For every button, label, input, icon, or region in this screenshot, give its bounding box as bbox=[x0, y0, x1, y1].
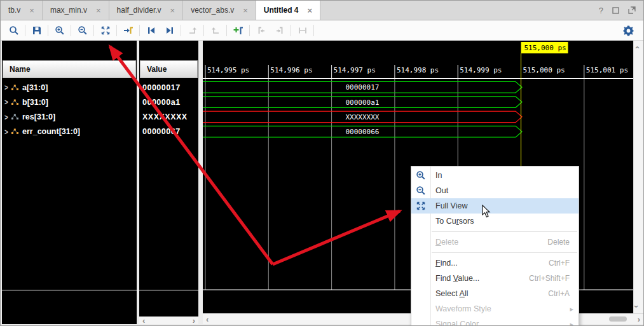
search-icon bbox=[9, 25, 19, 36]
add-marker-icon bbox=[233, 25, 243, 36]
menu-item-full-view[interactable]: Full View bbox=[411, 198, 579, 214]
panel-divider-line bbox=[139, 290, 198, 290]
menu-item-label: Out bbox=[430, 186, 448, 195]
zoom-fit-button[interactable] bbox=[96, 23, 114, 38]
window-controls: ? bbox=[599, 1, 643, 20]
snap-to-transition-button[interactable] bbox=[206, 23, 224, 38]
tab-close-icon[interactable]: × bbox=[243, 6, 248, 15]
scroll-down-icon[interactable]: › bbox=[633, 305, 641, 308]
tab-close-icon[interactable]: × bbox=[29, 6, 34, 15]
swap-cursors-button[interactable] bbox=[183, 23, 202, 38]
svg-text:00000017: 00000017 bbox=[346, 83, 380, 92]
toolbar-separator bbox=[181, 25, 181, 36]
tab-label: Untitled 4 bbox=[264, 6, 299, 15]
svg-text:514,999 ps: 514,999 ps bbox=[460, 66, 502, 74]
zoom-in-icon bbox=[411, 170, 430, 180]
menu-item-label: Delete bbox=[430, 238, 458, 247]
menu-shortcut: Delete bbox=[547, 238, 579, 247]
tab-close-icon[interactable]: × bbox=[96, 6, 101, 15]
menu-item-find[interactable]: Find...Ctrl+F bbox=[411, 255, 579, 271]
tab-max-min-v[interactable]: max_min.v× bbox=[43, 1, 109, 20]
signal-row[interactable]: >res[31:0] bbox=[2, 111, 137, 123]
menu-item-signal-color[interactable]: Signal Color▸ bbox=[411, 316, 579, 326]
tab-label: max_min.v bbox=[50, 6, 87, 15]
previous-transition-button[interactable] bbox=[142, 23, 160, 38]
signal-name: err_count[31:0] bbox=[22, 127, 80, 136]
tab-close-icon[interactable]: × bbox=[308, 6, 313, 15]
menu-item-in[interactable]: In bbox=[411, 168, 579, 183]
context-menu: InOutFull ViewTo CursorsDeleteDeleteFind… bbox=[411, 166, 579, 326]
menu-item-out[interactable]: Out bbox=[411, 183, 579, 198]
signal-value: 00000067 bbox=[142, 126, 198, 138]
add-marker-button[interactable] bbox=[229, 23, 247, 38]
bus-icon bbox=[11, 113, 19, 121]
svg-text:515,000 ps: 515,000 ps bbox=[523, 66, 565, 74]
scroll-right-icon[interactable]: › bbox=[189, 316, 198, 325]
tab-vector-abs-v[interactable]: vector_abs.v× bbox=[183, 1, 256, 20]
menu-item-waveform-style[interactable]: Waveform Style▸ bbox=[411, 301, 579, 316]
tab-bar: tb.v×max_min.v×half_divider.v×vector_abs… bbox=[1, 1, 643, 20]
signal-row[interactable]: >a[31:0] bbox=[2, 81, 137, 93]
submenu-arrow-icon: ▸ bbox=[570, 320, 579, 326]
wave-toolbar bbox=[1, 21, 643, 41]
toolbar-separator bbox=[226, 25, 227, 36]
svg-text:515,000 ps: 515,000 ps bbox=[524, 44, 566, 52]
help-icon[interactable]: ? bbox=[599, 6, 603, 15]
next-marker-button[interactable] bbox=[270, 23, 289, 38]
signal-name: b[31:0] bbox=[22, 98, 48, 107]
cursor-gap-icon bbox=[298, 25, 308, 36]
next-transition-button[interactable] bbox=[160, 23, 179, 38]
tab-untitled-4[interactable]: Untitled 4× bbox=[256, 1, 320, 20]
maximize-icon[interactable] bbox=[612, 7, 619, 14]
name-column-header[interactable]: Name bbox=[3, 60, 136, 78]
menu-separator bbox=[432, 231, 577, 232]
zoom-out-icon bbox=[411, 186, 430, 196]
submenu-arrow-icon: ▸ bbox=[570, 305, 579, 313]
previous-marker-button[interactable] bbox=[252, 23, 270, 38]
float-icon[interactable] bbox=[628, 6, 636, 14]
menu-item-to-cursors[interactable]: To Cursors bbox=[411, 214, 579, 229]
signal-row[interactable]: >err_count[31:0] bbox=[2, 126, 137, 138]
save-button[interactable] bbox=[27, 23, 46, 38]
menu-item-delete[interactable]: DeleteDelete bbox=[411, 234, 579, 250]
menu-item-find-value[interactable]: Find Value...Ctrl+Shift+F bbox=[411, 271, 579, 286]
wave-vscrollbar[interactable]: › › bbox=[633, 41, 643, 313]
menu-item-label: To Cursors bbox=[430, 217, 474, 226]
expand-chevron-icon[interactable]: > bbox=[2, 83, 11, 92]
scroll-left-icon[interactable]: ‹ bbox=[139, 316, 148, 325]
tab-label: vector_abs.v bbox=[191, 6, 234, 15]
scroll-right-icon[interactable]: › bbox=[634, 315, 643, 323]
search-button[interactable] bbox=[4, 23, 23, 38]
scroll-left-icon[interactable]: ‹ bbox=[203, 315, 212, 323]
scroll-up-icon[interactable]: › bbox=[633, 46, 641, 48]
goto-time-button[interactable] bbox=[119, 23, 137, 38]
menu-shortcut: Ctrl+A bbox=[548, 289, 579, 298]
toolbar-separator bbox=[203, 25, 204, 36]
svg-text:000000a1: 000000a1 bbox=[346, 98, 380, 107]
save-icon bbox=[32, 25, 42, 36]
tab-close-icon[interactable]: × bbox=[170, 6, 175, 15]
toolbar-separator bbox=[249, 25, 250, 36]
toolbar-separator bbox=[313, 25, 314, 36]
expand-chevron-icon[interactable]: > bbox=[2, 112, 11, 121]
menu-item-label: In bbox=[430, 171, 442, 180]
signal-row[interactable]: >b[31:0] bbox=[2, 96, 137, 108]
settings-gear-icon[interactable] bbox=[620, 23, 636, 38]
toolbar-separator bbox=[48, 25, 48, 36]
svg-text:515,001 ps: 515,001 ps bbox=[586, 66, 628, 74]
value-panel-hscrollbar[interactable]: ‹ › bbox=[139, 316, 198, 324]
menu-item-select-all[interactable]: Select AllCtrl+A bbox=[411, 286, 579, 301]
svg-text:514,997 ps: 514,997 ps bbox=[334, 66, 376, 74]
value-column-header[interactable]: Value bbox=[140, 60, 198, 78]
cursor-gap-button[interactable] bbox=[293, 23, 312, 38]
tab-tb-v[interactable]: tb.v× bbox=[1, 1, 43, 20]
zoom-in-button[interactable] bbox=[50, 23, 69, 38]
expand-chevron-icon[interactable]: > bbox=[2, 98, 11, 106]
swap-cursors-icon bbox=[188, 25, 198, 36]
hscroll-thumb[interactable] bbox=[609, 316, 627, 322]
tab-half-divider-v[interactable]: half_divider.v× bbox=[109, 1, 184, 20]
signal-value: 00000017 bbox=[142, 81, 198, 93]
expand-chevron-icon[interactable]: > bbox=[2, 128, 11, 136]
zoom-fit-icon bbox=[100, 25, 111, 36]
zoom-out-button[interactable] bbox=[73, 23, 92, 38]
